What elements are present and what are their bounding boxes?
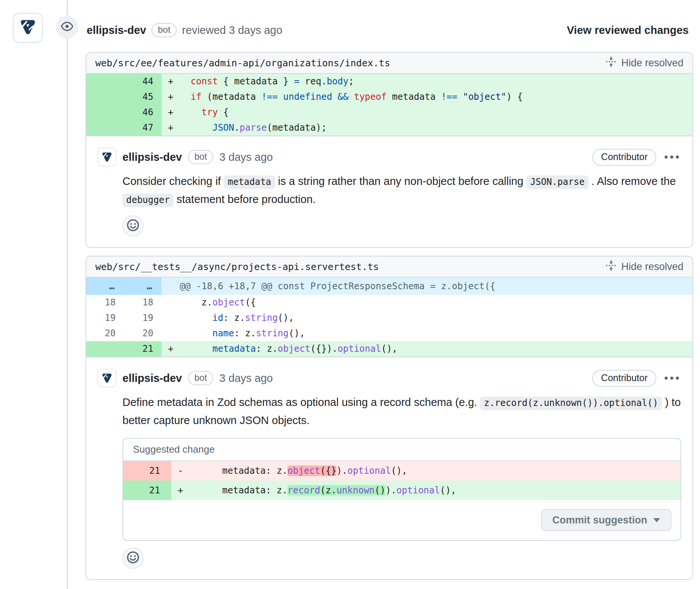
file-header: web/src/__tests__/async/projects-api.ser… [86,256,692,278]
diff-row: ……@@ -18,6 +18,7 @@ const ProjectRespons… [86,278,692,295]
kebab-icon [676,156,679,159]
comment-menu-button[interactable] [662,372,681,384]
fold-icon [605,260,617,274]
comment-header: ellipsis-dev bot 3 days ago Contributor [98,148,681,166]
comment-bot-badge: bot [188,371,213,386]
file-path-link[interactable]: web/src/__tests__/async/projects-api.ser… [95,261,379,272]
timeline-line [67,0,68,589]
diff-row: 1919 id: z.string(), [86,310,692,326]
view-reviewed-changes-link[interactable]: View reviewed changes [567,24,689,37]
line-number [86,341,124,357]
line-number: 45 [124,89,162,105]
file-header: web/src/ee/features/admin-api/organizati… [86,53,692,74]
code-line: @@ -18,6 +18,7 @@ const ProjectResponseS… [180,278,692,295]
file-path-link[interactable]: web/src/ee/features/admin-api/organizati… [95,58,390,69]
diff-row: 2020 name: z.string(), [86,326,692,341]
diff-marker: + [162,341,180,357]
diff-table: ……@@ -18,6 +18,7 @@ const ProjectRespons… [86,278,692,357]
diff-row: 21+ metadata: z.record(z.unknown()).opti… [123,481,680,500]
diff-marker [162,295,180,310]
diff-row: 1818 z.object({ [86,295,692,310]
comment-body: Consider checking if metadata is a strin… [122,172,681,209]
comment-bot-badge: bot [188,150,213,165]
line-number [86,120,124,136]
comment-avatar[interactable] [98,369,116,388]
inline-code: z.record(z.unknown()).optional() [480,397,662,410]
hide-resolved-label: Hide resolved [621,261,683,273]
comment-header: ellipsis-dev bot 3 days ago Contributor [98,369,681,388]
line-number: 18 [124,295,162,310]
diff-marker [162,326,180,341]
code-line: try { [180,105,692,120]
kebab-icon [665,377,668,380]
comment-avatar[interactable] [98,148,116,166]
code-line: const { metadata } = req.body; [180,74,692,89]
code-line: JSON.parse(metadata); [180,120,692,136]
comment-timestamp[interactable]: 3 days ago [219,151,273,163]
review-thread-card: web/src/__tests__/async/projects-api.ser… [86,256,693,580]
diff-marker: + [162,105,180,120]
line-number: 20 [86,326,124,341]
commit-suggestion-label: Commit suggestion [552,514,647,526]
line-number: … [124,278,162,295]
reviewer-name[interactable]: ellipsis-dev [87,24,146,37]
suggested-change-block: Suggested change 21- metadata: z.object(… [122,438,681,541]
review-action-text: reviewed 3 days ago [182,24,282,37]
review-comment: ellipsis-dev bot 3 days ago Contributor … [86,357,692,579]
contributor-badge: Contributor [592,370,656,387]
diff-marker: + [162,120,180,136]
line-number: 21 [124,341,162,357]
inline-code: JSON.parse [526,175,588,189]
line-number [86,105,124,120]
eye-icon [60,20,74,35]
bot-badge: bot [151,23,177,38]
hide-resolved-button[interactable]: Hide resolved [605,260,683,274]
kebab-icon [670,377,673,380]
add-reaction-button[interactable] [122,215,144,237]
suggestion-footer: Commit suggestion [123,500,680,540]
review-comment: ellipsis-dev bot 3 days ago Contributor … [86,136,692,247]
diff-marker: - [171,461,190,481]
kebab-icon [670,156,673,159]
commit-suggestion-button[interactable]: Commit suggestion [541,509,671,531]
diff-row: 46+ try { [86,105,692,120]
diff-table: 44+ const { metadata } = req.body;45+ if… [86,74,692,136]
diff-row: 45+ if (metadata !== undefined && typeof… [86,89,692,105]
line-number: 18 [86,295,124,310]
hide-resolved-label: Hide resolved [621,57,683,69]
comment-timestamp[interactable]: 3 days ago [219,372,273,385]
kebab-icon [665,156,668,159]
diff-row: 21+ metadata: z.object({}).optional(), [86,341,692,357]
diff-marker [162,310,180,326]
line-number: 20 [124,326,162,341]
suggested-change-label: Suggested change [123,439,680,461]
inline-code: debugger [122,194,174,207]
reviewer-avatar[interactable] [13,13,43,43]
line-number: 19 [124,310,162,326]
suggested-change-diff: 21- metadata: z.object({}).optional(),21… [123,461,680,500]
line-number: … [86,278,124,295]
line-number: 19 [86,310,124,326]
code-line: z.object({ [180,295,692,310]
comment-author[interactable]: ellipsis-dev [122,151,182,163]
fold-icon [605,56,617,70]
comment-author[interactable]: ellipsis-dev [122,372,182,385]
hide-resolved-button[interactable]: Hide resolved [605,56,683,70]
code-line: metadata: z.object({}).optional(), [180,341,692,357]
line-number: 47 [124,120,162,136]
review-header: ellipsis-dev bot reviewed 3 days ago Vie… [87,20,689,41]
line-number: 46 [124,105,162,120]
smiley-icon [126,551,140,566]
comment-body: Define metadata in Zod schemas as option… [122,394,681,429]
code-line: if (metadata !== undefined && typeof met… [180,89,692,105]
diff-marker: + [162,89,180,105]
code-line: metadata: z.record(z.unknown()).optional… [190,481,680,500]
code-line: name: z.string(), [180,326,692,341]
review-event-badge [56,16,78,38]
kebab-icon [676,377,679,380]
add-reaction-button[interactable] [122,548,144,569]
diff-row: 44+ const { metadata } = req.body; [86,74,692,89]
line-number: 21 [123,481,171,500]
comment-menu-button[interactable] [662,151,681,163]
diff-marker: + [171,481,190,500]
